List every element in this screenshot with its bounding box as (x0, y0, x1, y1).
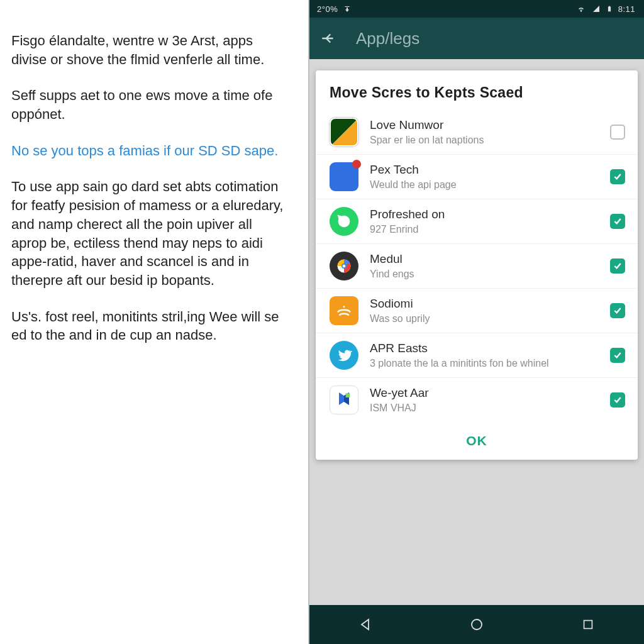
status-time-label: 8:11 (618, 4, 635, 14)
article-paragraph: Fisgo élandalte, wentre w 3e Arst, apps … (11, 31, 287, 69)
app-checkbox[interactable] (610, 214, 625, 229)
move-dialog: Move Scres to Kepts Scaed Love NumworSpa… (316, 70, 638, 460)
app-item[interactable]: APR Easts3 plonate the la a minitints fo… (316, 333, 638, 377)
app-sub-label: Was so uprily (370, 313, 599, 325)
phone-frame: 2°0% 8:11 App/legs Move Scres to Kepts S… (308, 0, 644, 644)
svg-point-4 (472, 619, 482, 630)
app-text: APR Easts3 plonate the la a minitints fo… (370, 341, 599, 369)
app-bar: App/legs (309, 18, 644, 59)
nav-recents-button[interactable] (569, 612, 607, 637)
app-checkbox[interactable] (610, 258, 625, 274)
app-text: MedulYind engs (370, 252, 599, 280)
app-bar-title: App/legs (356, 29, 419, 48)
wifi-icon (576, 5, 586, 13)
app-sub-label: Spar er lie on lat naptions (370, 134, 599, 146)
app-name-label: Profreshed on (370, 208, 599, 222)
article-paragraph: No se you tops a famias if our SD SD sap… (11, 142, 287, 160)
nav-back-button[interactable] (347, 612, 384, 637)
app-name-label: We-yet Aar (370, 386, 599, 401)
app-item[interactable]: MedulYind engs (316, 243, 638, 288)
app-text: Love NumworSpar er lie on lat naptions (370, 118, 599, 146)
app-icon (330, 162, 358, 191)
app-checkbox[interactable] (610, 392, 625, 408)
app-sub-label: 3 plonate the la a minitints fon be whin… (370, 357, 599, 369)
app-name-label: Medul (370, 252, 599, 267)
app-icon (330, 252, 358, 280)
arrow-left-icon (320, 30, 336, 47)
app-item[interactable]: SodiomiWas so uprily (316, 288, 638, 333)
app-icon (330, 341, 358, 370)
ok-button[interactable]: OK (466, 433, 487, 448)
app-list: Love NumworSpar er lie on lat naptionsPe… (316, 110, 638, 422)
app-item[interactable]: Profreshed on927 Enrind (316, 199, 638, 243)
app-text: Pex TechWeuld the api page (370, 163, 599, 191)
article-paragraph: To use app sain go dard set abts cotimat… (11, 177, 287, 289)
back-button[interactable] (316, 26, 341, 51)
app-name-label: APR Easts (370, 341, 599, 356)
article-link[interactable]: No se you tops a famias if our SD SD sap… (11, 143, 278, 158)
app-icon (330, 207, 358, 236)
app-item[interactable]: Pex TechWeuld the api page (316, 154, 638, 199)
svg-rect-5 (584, 621, 592, 629)
status-percent-label: 2°0% (317, 4, 338, 14)
app-item[interactable]: Love NumworSpar er lie on lat naptions (316, 110, 638, 154)
article-column: Fisgo élandalte, wentre w 3e Arst, apps … (0, 0, 308, 644)
nav-back-icon (358, 617, 373, 632)
app-icon (330, 118, 358, 147)
phone-body: Move Scres to Kepts Scaed Love NumworSpa… (309, 59, 644, 605)
app-name-label: Sodiomi (370, 297, 599, 311)
app-icon (330, 296, 358, 325)
app-text: We-yet AarISM VHAJ (370, 386, 599, 414)
status-bar: 2°0% 8:11 (309, 0, 644, 18)
status-left: 2°0% (317, 4, 351, 14)
app-sub-label: Yind engs (370, 268, 599, 280)
article-paragraph: Us's. fost reel, monitints stril,ing Wee… (11, 308, 287, 345)
dialog-actions: OK (316, 422, 638, 455)
app-sub-label: 927 Enrind (370, 223, 599, 235)
app-checkbox[interactable] (610, 125, 625, 140)
app-item[interactable]: We-yet AarISM VHAJ (316, 377, 638, 422)
app-name-label: Love Numwor (370, 118, 599, 133)
app-sub-label: Weuld the api page (370, 179, 599, 191)
download-icon (343, 5, 351, 13)
page-root: Fisgo élandalte, wentre w 3e Arst, apps … (0, 0, 644, 644)
app-text: Profreshed on927 Enrind (370, 208, 599, 235)
app-checkbox[interactable] (610, 169, 625, 184)
status-right: 8:11 (576, 4, 635, 14)
dialog-title: Move Scres to Kepts Scaed (316, 70, 638, 110)
svg-rect-3 (346, 393, 350, 397)
app-name-label: Pex Tech (370, 163, 599, 177)
svg-point-2 (343, 265, 346, 268)
android-nav-bar (309, 605, 644, 644)
nav-home-icon (469, 617, 484, 632)
app-text: SodiomiWas so uprily (370, 297, 599, 325)
battery-icon (606, 4, 613, 13)
app-icon (330, 386, 358, 414)
signal-icon (592, 5, 601, 13)
app-sub-label: ISM VHAJ (370, 402, 599, 414)
article-paragraph: Seff supps aet to one ews move a time of… (11, 86, 287, 123)
nav-recents-icon (581, 618, 595, 631)
app-checkbox[interactable] (610, 303, 625, 318)
nav-home-button[interactable] (458, 612, 496, 637)
app-checkbox[interactable] (610, 348, 625, 363)
